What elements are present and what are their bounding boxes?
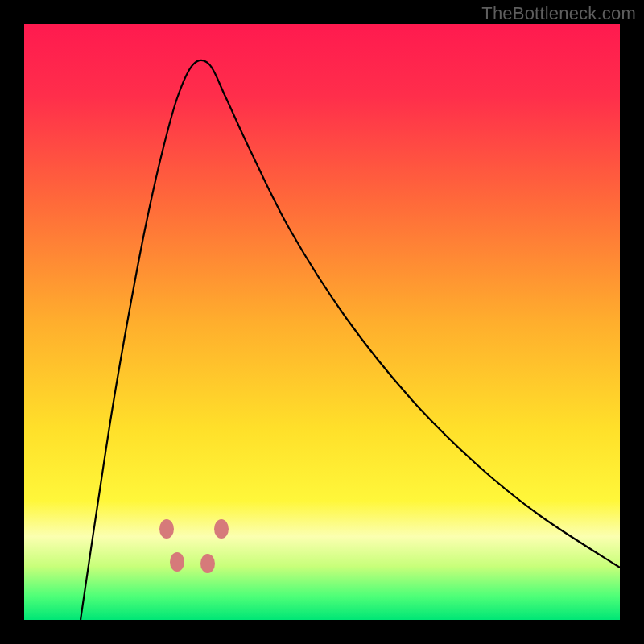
curve-bead bbox=[214, 519, 229, 539]
curve-beads bbox=[159, 519, 229, 573]
curve-bead bbox=[159, 519, 174, 539]
bottleneck-curve bbox=[24, 24, 620, 620]
plot-frame bbox=[24, 24, 620, 620]
curve-bead bbox=[200, 554, 215, 573]
watermark-text: TheBottleneck.com bbox=[481, 3, 636, 24]
curve-bead bbox=[170, 552, 184, 572]
curve-path bbox=[80, 60, 620, 620]
